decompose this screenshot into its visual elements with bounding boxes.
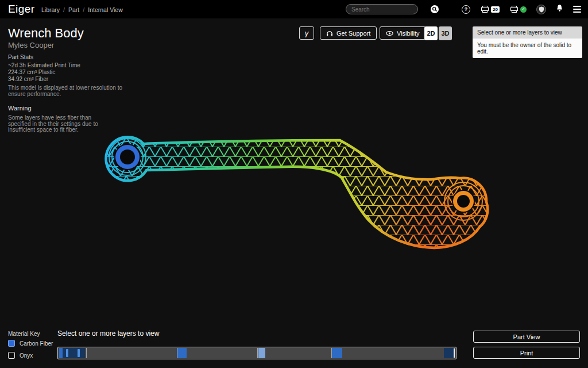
warning-block: Warning Some layers have less fiber than… (8, 105, 98, 133)
onyx-swatch (8, 352, 15, 359)
carbon-fiber-swatch (8, 340, 15, 347)
breadcrumb: Library / Part / Internal View (41, 6, 123, 13)
material-onyx: Onyx (8, 352, 33, 359)
fiber-view-button[interactable]: γ (299, 26, 314, 40)
queue-count-badge: 20 (491, 6, 500, 13)
part-view-button[interactable]: Part View (473, 331, 580, 343)
fiber-volume: 34.92 cm³ Fiber (8, 76, 80, 83)
layer-segment[interactable] (444, 348, 454, 358)
print-queue-button[interactable]: 20 (480, 5, 500, 13)
search-icon (432, 6, 438, 12)
plastic-volume: 224.37 cm³ Plastic (8, 69, 80, 76)
info-panel: Select one or more layers to view You mu… (473, 26, 582, 58)
bell-icon (556, 4, 563, 12)
shield-icon[interactable] (536, 5, 546, 14)
printer-ok-icon: ✓ (520, 6, 527, 13)
layer-slider-handle[interactable] (78, 349, 80, 357)
layer-slider-track[interactable] (57, 347, 457, 359)
layer-segment[interactable] (332, 348, 342, 358)
headset-icon (326, 30, 333, 37)
app-logo[interactable]: Eiger (8, 3, 34, 16)
help-icon[interactable]: ? (462, 5, 470, 14)
print-button[interactable]: Print (473, 347, 580, 359)
page-title: Wrench Body (8, 26, 84, 41)
eye-icon (386, 30, 393, 36)
topbar-icons: ? 20 ✓ (462, 0, 581, 18)
visibility-label: Visibility (397, 30, 420, 37)
view-2d-button[interactable]: 2D (424, 26, 438, 40)
layer-segment[interactable] (177, 348, 187, 358)
layer-divider (86, 348, 87, 358)
layer-divider (331, 348, 332, 358)
app-window: Eiger Library / Part / Internal View ? (0, 0, 588, 368)
layer-divider (177, 348, 177, 358)
view-mode-toggle: 2D 3D (424, 26, 452, 40)
menu-icon[interactable] (573, 6, 581, 13)
layer-divider (257, 348, 258, 358)
breadcrumb-part[interactable]: Part (68, 6, 79, 13)
search-input[interactable] (346, 6, 431, 13)
get-support-button[interactable]: Get Support (320, 26, 377, 40)
printer-status-button[interactable]: ✓ (509, 5, 527, 13)
material-key-heading: Material Key (8, 331, 40, 337)
breadcrumb-separator: / (63, 6, 65, 13)
layer-segment[interactable] (258, 348, 265, 358)
top-bar: Eiger Library / Part / Internal View ? (0, 0, 588, 18)
info-panel-line1: Select one or more layers to view (473, 26, 582, 39)
search-button[interactable] (431, 5, 439, 13)
print-time: ~2d 3h Estimated Print Time (8, 62, 80, 69)
part-stats-heading: Part Stats (8, 54, 80, 60)
part-owner: Myles Cooper (8, 41, 54, 49)
get-support-label: Get Support (336, 30, 370, 37)
resolution-note: This model is displayed at lower resolut… (8, 85, 122, 97)
part-stats: Part Stats ~2d 3h Estimated Print Time 2… (8, 54, 80, 83)
breadcrumb-internal-view[interactable]: Internal View (88, 6, 123, 13)
notifications-button[interactable] (556, 4, 563, 14)
view-3d-button[interactable]: 3D (439, 26, 452, 40)
search-box (346, 4, 418, 14)
warning-heading: Warning (8, 105, 98, 112)
layer-slider-label: Select one or more layers to view (57, 329, 159, 338)
layer-slider-handle[interactable] (66, 349, 68, 357)
layer-segment[interactable] (59, 348, 63, 358)
print-queue-icon (480, 5, 490, 13)
material-carbon-fiber: Carbon Fiber (8, 340, 53, 347)
printer-icon (509, 5, 519, 13)
info-panel-line2: You must be the owner of the solid to ed… (473, 39, 582, 58)
visibility-button[interactable]: Visibility (380, 26, 426, 40)
breadcrumb-separator: / (83, 6, 84, 13)
breadcrumb-library[interactable]: Library (41, 6, 60, 13)
